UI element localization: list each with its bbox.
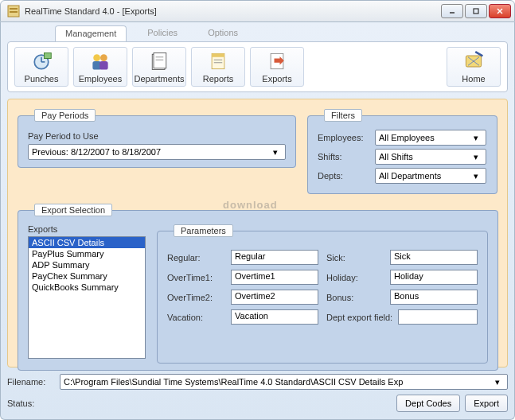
window-title: RealTime Standard 4.0 - [Exports] <box>25 6 441 16</box>
punch-clock-icon <box>30 50 53 72</box>
svg-rect-1 <box>10 8 18 10</box>
home-icon <box>462 50 485 72</box>
title-bar: RealTime Standard 4.0 - [Exports] <box>0 0 515 22</box>
toolbar-departments[interactable]: Departments <box>132 47 186 87</box>
overtime2-label: OverTime2: <box>167 293 223 302</box>
exports-icon <box>266 50 288 72</box>
pay-periods-legend: Pay Periods <box>34 109 96 122</box>
chevron-down-icon: ▾ <box>269 146 282 158</box>
shifts-filter-dropdown[interactable]: All Shifts ▾ <box>375 149 486 165</box>
vacation-field[interactable]: Vacation <box>231 309 318 325</box>
pay-period-label: Pay Period to Use <box>28 131 286 141</box>
export-selection-legend: Export Selection <box>34 204 112 216</box>
export-button[interactable]: Export <box>465 395 508 412</box>
employees-filter-label: Employees: <box>318 133 370 142</box>
chevron-down-icon: ▾ <box>470 131 482 144</box>
list-item[interactable]: PayPlus Summary <box>29 248 145 259</box>
chevron-down-icon: ▾ <box>470 150 482 163</box>
parameters-legend: Parameters <box>174 224 233 237</box>
pay-period-dropdown[interactable]: Previous: 8/12/2007 to 8/18/2007 ▾ <box>28 144 286 160</box>
toolbar-label: Punches <box>25 74 59 84</box>
overtime1-field[interactable]: Overtime1 <box>231 270 318 285</box>
toolbar-label: Departments <box>135 74 185 84</box>
reports-icon <box>207 50 229 72</box>
toolbar-home[interactable]: Home <box>447 47 501 87</box>
employees-icon <box>89 50 111 72</box>
filters-group: Filters Employees: All Employees ▾ Shift… <box>307 109 497 194</box>
regular-label: Regular: <box>167 253 223 262</box>
toolbar-label: Reports <box>203 74 234 84</box>
overtime1-label: OverTime1: <box>167 273 223 282</box>
bonus-label: Bonus: <box>326 293 382 302</box>
sick-label: Sick: <box>326 253 382 262</box>
depts-filter-label: Depts: <box>318 171 370 181</box>
svg-rect-2 <box>10 11 18 13</box>
toolbar-employees[interactable]: Employees <box>73 47 127 87</box>
filename-label: Filename: <box>7 377 52 387</box>
holiday-field[interactable]: Holiday <box>390 270 478 285</box>
list-item[interactable]: PayChex Summary <box>29 270 145 282</box>
filename-value: C:\Program Files\Sundial Time Systems\Re… <box>64 377 491 387</box>
holiday-label: Holiday: <box>326 273 382 282</box>
svg-rect-14 <box>99 61 108 70</box>
bonus-field[interactable]: Bonus <box>390 290 478 305</box>
overtime2-field[interactable]: Overtime2 <box>231 290 318 305</box>
app-icon <box>7 5 20 18</box>
list-item[interactable]: ASCII CSV Details <box>29 237 145 248</box>
toolbar-label: Employees <box>79 74 122 84</box>
toolbar-label: Exports <box>262 74 291 84</box>
svg-point-11 <box>93 54 100 61</box>
departments-icon <box>148 50 170 72</box>
tab-options[interactable]: Options <box>198 25 248 41</box>
dept-export-label: Dept export field: <box>326 313 393 322</box>
svg-rect-20 <box>212 53 224 56</box>
tab-management[interactable]: Management <box>55 25 127 41</box>
toolbar: Punches Employees Departments Reports Ex… <box>7 41 508 92</box>
filename-dropdown[interactable]: C:\Program Files\Sundial Time Systems\Re… <box>60 374 508 390</box>
dept-export-field[interactable] <box>398 309 478 325</box>
toolbar-exports[interactable]: Exports <box>250 47 304 87</box>
pay-periods-group: Pay Periods Pay Period to Use Previous: … <box>18 109 296 168</box>
svg-rect-16 <box>154 53 166 68</box>
minimize-button[interactable] <box>441 4 463 18</box>
main-panel: Pay Periods Pay Period to Use Previous: … <box>7 99 508 368</box>
close-button[interactable] <box>489 4 511 18</box>
maximize-button[interactable] <box>465 4 487 18</box>
exports-listbox[interactable]: ASCII CSV Details PayPlus Summary ADP Su… <box>28 236 146 359</box>
toolbar-label: Home <box>462 74 485 84</box>
chevron-down-icon: ▾ <box>470 169 482 182</box>
filters-legend: Filters <box>324 109 362 122</box>
vacation-label: Vacation: <box>167 313 223 322</box>
svg-point-13 <box>100 54 107 61</box>
svg-rect-4 <box>474 9 478 14</box>
chevron-down-icon: ▾ <box>491 375 504 388</box>
exports-list-label: Exports <box>28 224 146 234</box>
shifts-filter-label: Shifts: <box>318 152 370 161</box>
depts-filter-dropdown[interactable]: All Departments ▾ <box>375 168 486 184</box>
employees-filter-dropdown[interactable]: All Employees ▾ <box>375 130 486 146</box>
list-item[interactable]: ADP Summary <box>29 259 145 270</box>
pay-period-value: Previous: 8/12/2007 to 8/18/2007 <box>32 147 269 157</box>
tab-policies[interactable]: Policies <box>138 25 187 41</box>
regular-field[interactable]: Regular <box>231 250 318 265</box>
status-label: Status: <box>7 399 55 408</box>
list-item[interactable]: QuickBooks Summary <box>29 282 145 293</box>
parameters-group: Parameters Regular: Regular Sick: Sick O… <box>157 224 488 364</box>
svg-rect-10 <box>45 53 52 59</box>
toolbar-reports[interactable]: Reports <box>191 47 245 87</box>
sick-field[interactable]: Sick <box>390 250 478 265</box>
tab-bar: Management Policies Options <box>7 22 508 41</box>
export-selection-group: Export Selection Exports ASCII CSV Detai… <box>18 204 498 371</box>
dept-codes-button[interactable]: Dept Codes <box>396 395 460 412</box>
toolbar-punches[interactable]: Punches <box>14 47 68 87</box>
